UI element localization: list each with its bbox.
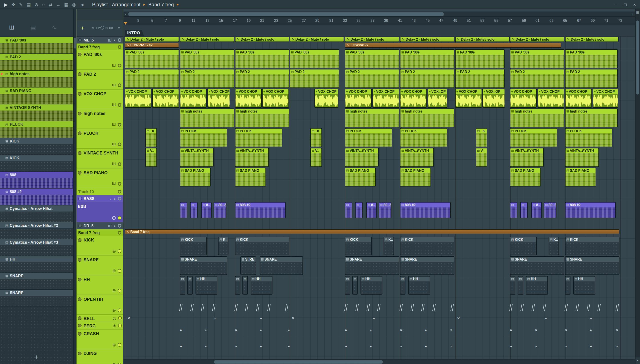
clip-header[interactable]: ▤ (345, 203, 352, 208)
horizontal-scrollbar[interactable]: ‹ › (124, 12, 635, 17)
clip-vox-chop[interactable]: ≈VOX CHOP (180, 89, 206, 108)
clip-vintage-synth[interactable]: ▤V.. (310, 148, 322, 167)
clip-delay-automation[interactable]: ∿Delay 2 - Mute / solo (180, 36, 234, 42)
clip-header[interactable]: ▤8.. (202, 203, 211, 208)
pattern-item-preview[interactable] (0, 144, 73, 154)
clip-delay-automation[interactable]: ∿Delay 2 - Mute / solo (345, 36, 399, 42)
channel-led[interactable] (118, 343, 122, 347)
zoom-icon[interactable]: ▦ (64, 0, 68, 9)
clip-header[interactable]: ▤S..RE (241, 257, 256, 262)
target-ring[interactable] (118, 190, 122, 194)
clip-snare[interactable]: ▤SNARE (510, 256, 564, 275)
clip-pluck[interactable]: ▤..K (145, 128, 157, 147)
clip-header[interactable]: ▤PAD '80s (345, 50, 399, 54)
rack-channel[interactable]: VINTAGE SYNTHШ (76, 149, 123, 168)
clip-header[interactable]: ▤80..2 (544, 203, 556, 208)
hit-mark[interactable] (532, 304, 535, 311)
clip-pad-80s[interactable]: ▤PAD '80s (565, 49, 618, 68)
mute-led[interactable] (78, 332, 82, 336)
clip-hh[interactable]: ▤ (235, 276, 241, 294)
clip-header[interactable]: ▤PAD 2 (290, 70, 339, 74)
collapse-icon[interactable]: ▲ (113, 38, 116, 42)
mute-led[interactable] (78, 92, 82, 96)
clip-header[interactable]: ≈VOX CHOP (593, 89, 618, 94)
clip-vintage-synth[interactable]: ▤VINTA..SYNTH (510, 148, 544, 167)
clip-hh[interactable]: ▤HH (526, 276, 548, 294)
target-ring[interactable] (118, 142, 122, 146)
scroll-thumb[interactable] (636, 21, 639, 94)
pencil-icon[interactable]: ✎ (19, 0, 23, 9)
pattern-item-header[interactable]: ▤high notes (0, 70, 73, 77)
song-position-marker[interactable] (124, 22, 127, 25)
clip-vox-chop[interactable]: ≈VOX CHOP (565, 89, 592, 108)
clip-header[interactable]: ▤PAD 2 (180, 70, 234, 74)
pattern-item[interactable]: ▤SAD PIANO (0, 88, 73, 104)
pattern-item-header[interactable]: ▤SAD PIANO (0, 88, 73, 94)
clip-header[interactable]: ▤ (235, 276, 240, 282)
clip-header[interactable]: ▤PAD '80s (125, 50, 179, 54)
clip-header[interactable]: ▤SNARE (400, 257, 454, 262)
clip-vox-chop[interactable]: ≈VOX CHOP (262, 89, 289, 108)
clip-vintage-synth[interactable]: ▤VINTA..SYNTH (565, 148, 599, 167)
roll-mark[interactable]: » (400, 328, 402, 332)
clip-header[interactable]: ▤8.. (367, 203, 376, 208)
clip-header[interactable]: ▤PAD 2 (566, 70, 617, 74)
clip-pad-2[interactable]: ▤PAD 2 (565, 69, 618, 88)
clip-bass-808[interactable]: ▤ (510, 202, 517, 218)
rack-channel[interactable]: high notesШ (76, 109, 123, 129)
roll-mark[interactable]: » (535, 328, 537, 332)
step-seq-icon[interactable]: Ш (9, 24, 15, 31)
mute-led[interactable] (78, 258, 82, 262)
pattern-item-header[interactable]: ▤808 (0, 172, 73, 178)
add-channel-button[interactable]: + (81, 25, 84, 31)
bottom-scrollbar[interactable] (124, 359, 635, 364)
clip-header[interactable]: ▤80..2 (214, 203, 226, 208)
target-ring[interactable] (118, 162, 122, 166)
hit-mark[interactable] (190, 304, 194, 311)
clip-kick[interactable]: ▤KICK (180, 236, 206, 255)
hit-mark[interactable] (509, 304, 513, 311)
clip-header[interactable]: ▤PAD '80s (180, 50, 234, 54)
clip-bass-808[interactable]: ▤8.. (366, 202, 376, 218)
clip-delay-automation[interactable]: ∿Delay 2 - Mute / solo (565, 36, 619, 42)
clip-header[interactable]: ▤SAD PIANO (345, 168, 375, 173)
roll-mark[interactable]: » (369, 344, 371, 348)
roll-mark[interactable]: » (590, 344, 592, 348)
roll-mark[interactable]: » (204, 328, 206, 332)
clip-header[interactable]: ▤high notes (566, 109, 617, 114)
clip-header[interactable]: ▤HH (251, 276, 272, 282)
clip-pluck[interactable]: ▤..K (310, 128, 322, 147)
mute-mark[interactable]: × (292, 316, 294, 320)
pattern-item-preview[interactable] (0, 262, 73, 272)
pattern-item-preview[interactable] (0, 195, 73, 205)
hit-mark[interactable] (344, 304, 348, 311)
channel-led[interactable] (118, 308, 122, 312)
clip-header[interactable]: ▤HH (409, 276, 430, 282)
collapse-icon[interactable]: ▲ (113, 224, 116, 227)
clip-high-notes[interactable]: ▤high notes (565, 108, 618, 128)
slide-mode-label[interactable]: SLIDE (105, 27, 114, 30)
hit-mark[interactable] (212, 304, 216, 311)
roll-mark[interactable]: » (510, 344, 512, 348)
mute-led[interactable] (78, 171, 82, 174)
delete-icon[interactable]: ⊘ (35, 0, 39, 9)
collapse-icon[interactable]: ▲ (113, 197, 116, 200)
clip-kick[interactable]: ▤K.. (218, 236, 229, 255)
clip-pad-2[interactable]: ▤PAD 2 (180, 69, 234, 88)
hit-mark[interactable] (576, 304, 579, 311)
clip-pad-2[interactable]: ▤PAD 2 (400, 69, 454, 88)
clip-header[interactable]: ≈VOX CHOP (538, 89, 564, 94)
pattern-item-preview[interactable] (0, 296, 73, 306)
clip-sad-piano[interactable]: ▤SAD PIANO (510, 168, 541, 186)
clip-hh[interactable]: ▤ (345, 276, 350, 294)
clip-hh[interactable]: ▤ (180, 276, 185, 294)
channel-led[interactable] (118, 363, 122, 364)
rack-channel[interactable]: SAD PIANOШ (76, 168, 123, 188)
mute-mark[interactable]: × (457, 316, 460, 320)
clip-header[interactable]: ▤HH (361, 276, 382, 282)
roll-mark[interactable]: » (616, 328, 618, 332)
step-mode-label[interactable]: STEP (92, 27, 100, 30)
clip-header[interactable]: ▤V.. (311, 148, 321, 153)
clip-header[interactable]: ▤808 #2 (566, 203, 615, 208)
clip-vintage-synth[interactable]: ▤VINTA..SYNTH (400, 148, 434, 167)
